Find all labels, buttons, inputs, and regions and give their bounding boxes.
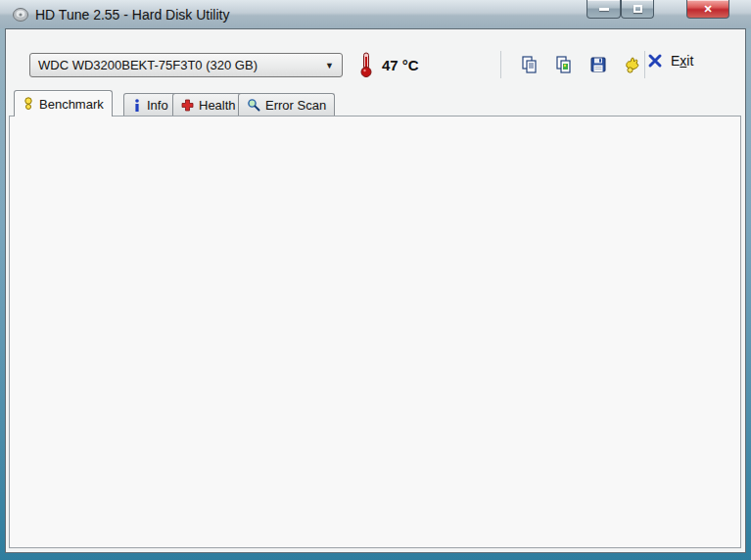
tab-benchmark[interactable]: Benchmark xyxy=(14,90,113,117)
tab-benchmark-label: Benchmark xyxy=(39,97,104,112)
app-icon xyxy=(12,6,29,23)
minimize-button[interactable] xyxy=(587,0,621,19)
client-area: WDC WD3200BEKT-75F3T0 (320 GB) ▼ 47 °C xyxy=(5,28,746,553)
maximize-icon xyxy=(634,5,642,13)
close-button[interactable]: ✕ xyxy=(686,0,729,19)
window-title: HD Tune 2.55 - Hard Disk Utility xyxy=(35,7,229,23)
close-icon: ✕ xyxy=(703,3,712,16)
benchmark-icon xyxy=(23,97,34,111)
minimize-icon xyxy=(599,8,609,11)
benchmark-page xyxy=(9,116,741,548)
maximize-button[interactable] xyxy=(621,0,654,19)
app-window: HD Tune 2.55 - Hard Disk Utility ✕ WDC W… xyxy=(0,0,751,560)
